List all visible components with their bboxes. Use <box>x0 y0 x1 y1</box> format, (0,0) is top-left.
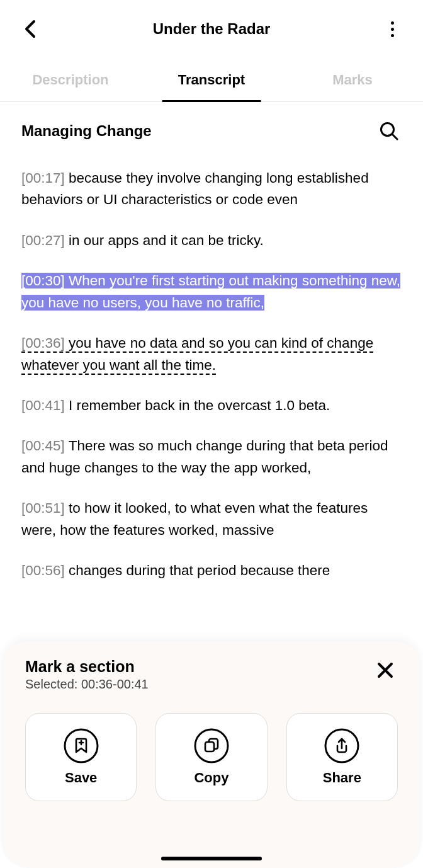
share-label: Share <box>323 770 361 786</box>
sheet-actions: Save Copy <box>25 713 398 801</box>
timestamp[interactable]: [00:41] <box>21 397 65 413</box>
segment-text[interactable]: When you're first starting out making so… <box>21 273 400 310</box>
page-title: Under the Radar <box>153 20 271 38</box>
bookmark-add-icon <box>64 728 99 763</box>
transcript-body[interactable]: [00:17] because they involve changing lo… <box>0 168 423 581</box>
segment-text[interactable]: I remember back in the overcast 1.0 beta… <box>65 397 330 413</box>
transcript-segment[interactable]: [00:17] because they involve changing lo… <box>21 168 402 211</box>
segment-text[interactable]: changes during that period because there <box>65 562 330 578</box>
timestamp[interactable]: [00:27] <box>21 232 65 248</box>
back-button[interactable] <box>18 16 43 42</box>
transcript-segment[interactable]: [00:51] to how it looked, to what even w… <box>21 498 402 541</box>
close-icon <box>376 661 394 679</box>
svg-point-1 <box>65 729 98 762</box>
more-button[interactable] <box>380 16 405 42</box>
transcript-segment[interactable]: [00:45] There was so much change during … <box>21 435 402 479</box>
copy-label: Copy <box>194 770 228 786</box>
timestamp[interactable]: [00:17] <box>21 170 65 186</box>
share-button[interactable]: Share <box>286 713 398 801</box>
timestamp[interactable]: [00:36] <box>21 335 65 351</box>
timestamp[interactable]: [00:51] <box>21 500 65 516</box>
copy-button[interactable]: Copy <box>155 713 267 801</box>
save-button[interactable]: Save <box>25 713 137 801</box>
segment-text[interactable]: in our apps and it can be tricky. <box>65 232 264 248</box>
segment-text[interactable]: you have no data and so you can kind of … <box>21 335 373 372</box>
segment-text[interactable]: to how it looked, to what even what the … <box>21 500 368 537</box>
tab-marks[interactable]: Marks <box>282 58 423 101</box>
section-title: Managing Change <box>21 122 152 140</box>
segment-text[interactable]: There was so much change during that bet… <box>21 438 388 475</box>
section-header: Managing Change <box>0 102 423 149</box>
tabs: Description Transcript Marks <box>0 58 423 102</box>
timestamp[interactable]: [00:45] <box>21 438 65 454</box>
sheet-title: Mark a section <box>25 658 149 676</box>
search-button[interactable] <box>376 118 402 144</box>
transcript-segment[interactable]: [00:56] changes during that period becau… <box>21 560 402 581</box>
tab-transcript[interactable]: Transcript <box>141 58 282 101</box>
svg-point-2 <box>195 729 228 762</box>
transcript-segment[interactable]: [00:30] When you're first starting out m… <box>21 270 402 314</box>
timestamp[interactable]: [00:30] <box>21 273 65 288</box>
transcript-segment[interactable]: [00:36] you have no data and so you can … <box>21 333 402 376</box>
mark-section-sheet: Mark a section Selected: 00:36-00:41 <box>4 641 419 868</box>
home-indicator[interactable] <box>161 857 262 860</box>
search-icon <box>379 121 399 141</box>
transcript-segment[interactable]: [00:27] in our apps and it can be tricky… <box>21 230 402 251</box>
close-button[interactable] <box>373 658 398 683</box>
save-label: Save <box>65 770 97 786</box>
timestamp[interactable]: [00:56] <box>21 562 65 578</box>
sheet-heading: Mark a section Selected: 00:36-00:41 <box>25 658 149 692</box>
sheet-subtitle: Selected: 00:36-00:41 <box>25 677 149 692</box>
header: Under the Radar <box>0 0 423 58</box>
more-vertical-icon <box>391 21 394 37</box>
svg-rect-3 <box>205 742 214 751</box>
copy-icon <box>194 728 229 763</box>
transcript-segment[interactable]: [00:41] I remember back in the overcast … <box>21 395 402 416</box>
segment-text[interactable]: because they involve changing long estab… <box>21 170 369 207</box>
chevron-left-icon <box>24 20 37 38</box>
app-screen: Under the Radar Description Transcript M… <box>0 0 423 868</box>
tab-description[interactable]: Description <box>0 58 141 101</box>
share-icon <box>324 728 359 763</box>
